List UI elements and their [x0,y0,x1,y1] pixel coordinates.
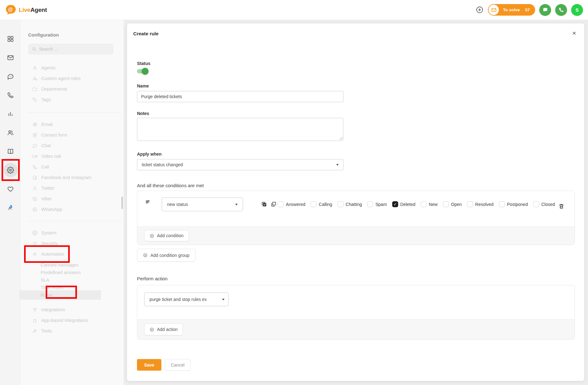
checkbox[interactable] [311,201,317,207]
to-solve-button[interactable]: To solve 57 [488,4,535,16]
sidebar-item-predefined-answers[interactable]: Predefined answers [32,269,124,276]
apply-when-label: Apply when [137,152,584,157]
gear-icon [32,230,38,236]
checkbox-open[interactable]: Open [443,201,462,207]
create-rule-modal: Create rule × Status Name Notes Apply wh… [127,23,584,381]
checkbox[interactable] [392,201,398,207]
user-avatar[interactable]: S [571,4,583,16]
sidebar-item-contact-form[interactable]: Contact form [32,130,124,140]
sidebar-scrollbar[interactable] [121,197,123,209]
sidebar-item-departments[interactable]: Departments [32,84,124,94]
apply-when-select[interactable]: ticket status changed [137,159,343,170]
checkbox-calling[interactable]: Calling [311,201,332,207]
configuration-sidebar: Configuration Agents Custom agent roles … [21,20,124,385]
automation-gear-icon [32,252,38,257]
whatsapp-icon [32,207,38,212]
rail-customers[interactable] [0,123,21,142]
sidebar-item-custom-agent-roles[interactable]: Custom agent roles [32,73,124,84]
sidebar-item-label: App-based Integrations [41,318,88,323]
checkbox-postponed[interactable]: Postponed [499,201,528,207]
sidebar-item-label: Call [41,164,49,169]
sidebar-item-twitter[interactable]: Twitter [32,183,124,193]
checkbox[interactable] [499,201,505,207]
name-label: Name [137,83,584,88]
sidebar-item-sla[interactable]: SLA [32,276,124,284]
checkbox-label: Calling [319,202,332,207]
conditions-heading: And all these conditions are met [137,183,584,188]
rail-improve[interactable] [0,179,21,198]
sidebar-item-video-call[interactable]: Video call [32,151,124,162]
checkbox[interactable] [467,201,473,207]
sidebar-item-canned-messages[interactable]: Canned messages [32,261,124,269]
rail-configuration[interactable] [0,161,21,179]
select-all-button[interactable] [261,201,267,207]
checkbox-answered[interactable]: Answered [278,201,305,207]
checkbox-deleted[interactable]: Deleted [392,201,415,207]
sidebar-item-system[interactable]: System [32,228,124,238]
close-icon[interactable]: × [572,30,576,36]
folder-icon [32,87,38,92]
liveagent-logo[interactable]: @ LiveAgent [5,4,47,16]
checkbox[interactable] [533,201,539,207]
checkbox-resolved[interactable]: Resolved [467,201,493,207]
phone-icon [7,92,14,99]
sidebar-item-call[interactable]: Call [32,162,124,172]
sidebar-item-label: Automation [41,252,64,257]
checkbox-new[interactable]: New [421,201,438,207]
sidebar-item-app-based-integrations[interactable]: App-based Integrations [32,315,124,326]
checkbox[interactable] [367,201,373,207]
calls-button[interactable] [555,4,567,16]
sidebar-search[interactable] [28,44,113,54]
status-toggle[interactable] [137,69,148,73]
sidebar-item-whatsapp[interactable]: WhatsApp [32,204,124,215]
rail-knowledge-base[interactable] [0,142,21,161]
rail-getting-started[interactable] [0,198,21,217]
sidebar-item-agents[interactable]: Agents [32,62,124,73]
checkbox[interactable] [278,201,284,207]
rail-chats[interactable] [0,67,21,86]
add-condition-button[interactable]: Add condition [144,230,189,241]
sidebar-item-viber[interactable]: Viber [32,193,124,204]
rule-name-input[interactable] [137,91,343,102]
add-action-button[interactable]: Add action [144,323,183,335]
sidebar-item-tags[interactable]: Tags [32,94,124,105]
gear-icon [7,167,14,174]
sidebar-item-security[interactable]: Security [32,238,124,249]
action-card: purge ticket and stop rules execution Ad… [137,285,575,340]
copy-selection-button[interactable] [271,201,276,207]
sidebar-item-automation[interactable]: Automation [32,249,124,259]
checkbox-spam[interactable]: Spam [367,201,387,207]
add-new-icon[interactable] [475,6,484,14]
search-input[interactable] [39,47,102,52]
rail-calls[interactable] [0,86,21,104]
sidebar-item-email[interactable]: Email [32,119,124,130]
sidebar-item-tools[interactable]: Tools [32,326,124,336]
sidebar-item-rules[interactable]: Rules [32,291,124,299]
notes-label: Notes [137,111,584,116]
sidebar-item-label: Departments [41,87,67,92]
delete-condition-button[interactable] [558,203,565,209]
action-select[interactable]: purge ticket and stop rules execution [144,292,229,306]
plus-circle-icon [143,253,148,258]
checkbox[interactable] [337,201,343,207]
cancel-button[interactable]: Cancel [165,359,190,371]
chats-button[interactable] [539,4,551,16]
mail-icon [7,54,14,61]
condition-field-select[interactable]: new status [162,198,243,211]
checkbox-label: Postponed [507,202,528,207]
rail-dashboard[interactable] [0,29,21,48]
checkbox-label: Deleted [400,202,415,207]
sidebar-item-facebook-instagram[interactable]: Facebook and Instagram [32,172,124,183]
save-button[interactable]: Save [137,359,161,371]
checkbox[interactable] [421,201,427,207]
rail-tickets[interactable] [0,48,21,67]
checkbox[interactable] [443,201,449,207]
shield-icon [32,241,38,246]
rail-reports[interactable] [0,104,21,123]
add-condition-group-button[interactable]: Add condition group [137,249,195,262]
sidebar-item-integrations[interactable]: Integrations [32,304,124,315]
notes-textarea[interactable] [137,118,343,141]
checkbox-chatting[interactable]: Chatting [337,201,362,207]
sidebar-item-chat[interactable]: Chat [32,140,124,151]
checkbox-closed[interactable]: Closed [533,201,555,207]
